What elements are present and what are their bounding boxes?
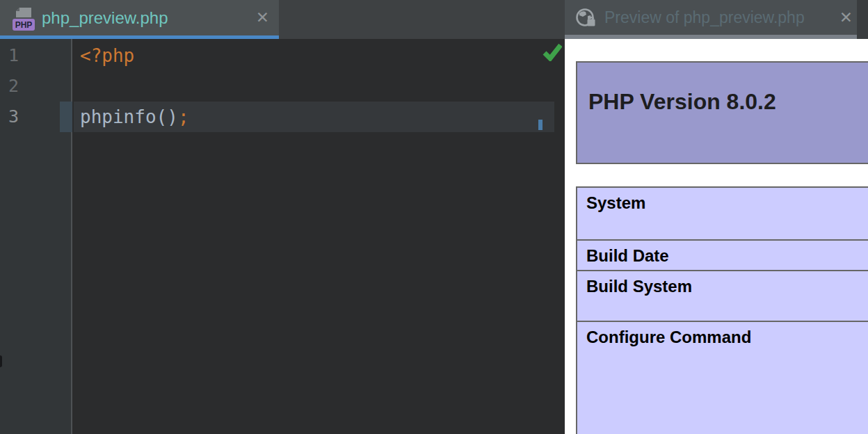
editor-gutter: 1 2 3 [0, 39, 72, 434]
gutter-caret-row-marker [60, 102, 72, 132]
semicolon: ; [178, 106, 189, 127]
parentheses: () [156, 106, 178, 127]
close-tab-icon[interactable]: ✕ [256, 0, 269, 35]
table-row-system: System [577, 188, 868, 241]
code-line-3: phpinfo(); [80, 102, 189, 132]
inspections-ok-check-icon[interactable] [542, 42, 562, 61]
preview-tab-label: Preview of php_preview.php [604, 0, 805, 35]
preview-pane: Preview of php_preview.php ✕ PHP Version… [565, 0, 868, 434]
line-number: 2 [8, 71, 36, 102]
line-number: 3 [8, 102, 36, 132]
phpinfo-version-header: PHP Version 8.0.2 [576, 61, 868, 164]
web-preview-globe-icon [575, 8, 596, 29]
phpinfo-table: System Build Date Build System Configure… [576, 186, 868, 434]
ide-window: PHP php_preview.php ✕ 1 2 3 <?php phpinf… [0, 0, 868, 434]
editor-tab-bar: PHP php_preview.php ✕ [0, 0, 565, 39]
preview-header[interactable]: Preview of php_preview.php ✕ [565, 0, 868, 35]
code-line-1: <?php [80, 40, 134, 71]
window-edge-notch [0, 355, 2, 367]
caret-position-marker [538, 120, 542, 130]
preview-header-cap [857, 0, 868, 39]
function-name: phpinfo [80, 106, 156, 127]
tab-php-preview[interactable]: PHP php_preview.php ✕ [0, 0, 279, 39]
close-preview-icon[interactable]: ✕ [839, 0, 853, 35]
table-row-configure-command: Configure Command [577, 322, 868, 434]
php-badge-text: PHP [15, 20, 33, 30]
php-open-tag: <?php [80, 45, 134, 66]
phpinfo-page[interactable]: PHP Version 8.0.2 System Build Date Buil… [565, 39, 868, 434]
table-row-build-system: Build System [577, 271, 868, 322]
tab-label: php_preview.php [42, 0, 168, 35]
editor-pane: PHP php_preview.php ✕ 1 2 3 <?php phpinf… [0, 0, 565, 434]
table-row-build-date: Build Date [577, 241, 868, 271]
code-editor[interactable]: 1 2 3 <?php phpinfo(); [0, 39, 565, 434]
php-file-icon: PHP [12, 7, 35, 33]
line-number: 1 [8, 40, 36, 71]
